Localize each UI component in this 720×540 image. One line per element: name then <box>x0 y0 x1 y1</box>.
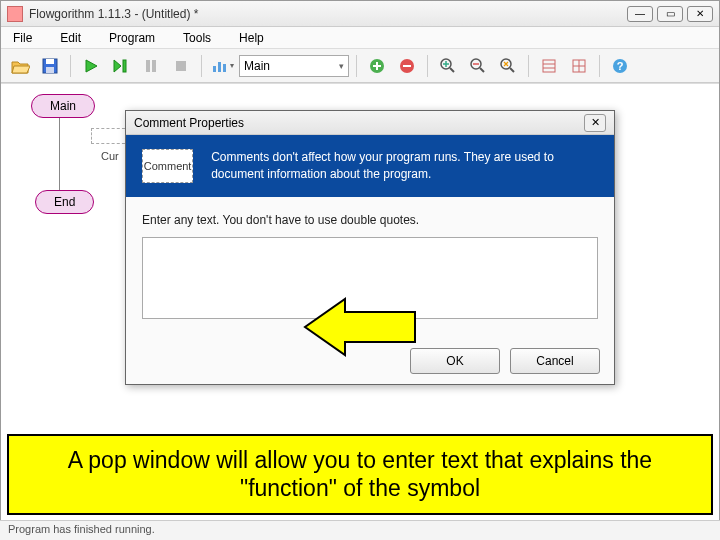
step-icon <box>112 58 130 74</box>
separator <box>599 55 600 77</box>
titlebar: Flowgorithm 1.11.3 - (Untitled) * — ▭ ✕ <box>1 1 719 27</box>
zoom-out-button[interactable] <box>465 53 491 79</box>
floppy-icon <box>41 57 59 75</box>
chevron-down-icon: ▾ <box>339 61 344 71</box>
dialog-hint: Enter any text. You don't have to use do… <box>142 213 598 227</box>
dialog-body: Enter any text. You don't have to use do… <box>126 197 614 338</box>
menu-file[interactable]: File <box>7 29 38 47</box>
dialog-banner-text: Comments don't affect how your program r… <box>211 149 598 183</box>
svg-rect-3 <box>123 60 126 72</box>
window-title: Flowgorithm 1.11.3 - (Untitled) * <box>29 7 627 21</box>
minus-circle-icon <box>398 57 416 75</box>
chart-button[interactable]: ▾ <box>209 53 235 79</box>
separator <box>427 55 428 77</box>
status-text: Program has finished running. <box>8 523 155 535</box>
svg-text:?: ? <box>617 60 624 72</box>
dropdown-arrow-icon: ▾ <box>230 61 234 70</box>
svg-line-13 <box>450 68 454 72</box>
menubar: File Edit Program Tools Help <box>1 27 719 49</box>
toolbar: ▾ Main ▾ ? <box>1 49 719 83</box>
svg-rect-7 <box>213 66 216 72</box>
svg-line-17 <box>510 68 514 72</box>
save-button[interactable] <box>37 53 63 79</box>
layout1-button[interactable] <box>536 53 562 79</box>
help-icon: ? <box>611 57 629 75</box>
zoom-in-icon <box>439 57 457 75</box>
cancel-button[interactable]: Cancel <box>510 348 600 374</box>
remove-button[interactable] <box>394 53 420 79</box>
menu-tools[interactable]: Tools <box>177 29 217 47</box>
function-select-value: Main <box>244 59 270 73</box>
separator <box>201 55 202 77</box>
ok-button[interactable]: OK <box>410 348 500 374</box>
svg-rect-4 <box>146 60 150 72</box>
chart-icon <box>211 58 229 74</box>
stop-icon <box>174 59 188 73</box>
layout2-button[interactable] <box>566 53 592 79</box>
minimize-button[interactable]: — <box>627 6 653 22</box>
svg-rect-1 <box>46 59 54 64</box>
dialog-buttons: OK Cancel <box>126 338 614 384</box>
separator <box>528 55 529 77</box>
flow-connector <box>59 118 60 192</box>
menu-program[interactable]: Program <box>103 29 161 47</box>
help-button[interactable]: ? <box>607 53 633 79</box>
dialog-title: Comment Properties <box>134 116 584 130</box>
svg-rect-18 <box>543 60 555 72</box>
play-icon <box>83 58 99 74</box>
node-main[interactable]: Main <box>31 94 95 118</box>
layout-icon <box>541 58 557 74</box>
folder-open-icon <box>10 57 30 75</box>
window-controls: — ▭ ✕ <box>627 6 713 22</box>
function-select[interactable]: Main ▾ <box>239 55 349 77</box>
zoom-in-button[interactable] <box>435 53 461 79</box>
dialog-banner: Comment Comments don't affect how your p… <box>126 135 614 197</box>
menu-edit[interactable]: Edit <box>54 29 87 47</box>
node-end[interactable]: End <box>35 190 94 214</box>
dialog-titlebar: Comment Properties ✕ <box>126 111 614 135</box>
step-button[interactable] <box>108 53 134 79</box>
comment-textarea[interactable] <box>142 237 598 319</box>
dialog-close-button[interactable]: ✕ <box>584 114 606 132</box>
layout2-icon <box>571 58 587 74</box>
svg-line-15 <box>480 68 484 72</box>
app-icon <box>7 6 23 22</box>
run-button[interactable] <box>78 53 104 79</box>
menu-help[interactable]: Help <box>233 29 270 47</box>
zoom-fit-button[interactable] <box>495 53 521 79</box>
zoom-fit-icon <box>499 57 517 75</box>
separator <box>70 55 71 77</box>
comment-dialog: Comment Properties ✕ Comment Comments do… <box>125 110 615 385</box>
plus-circle-icon <box>368 57 386 75</box>
pause-button[interactable] <box>138 53 164 79</box>
svg-rect-6 <box>176 61 186 71</box>
caption-banner: A pop window will allow you to enter tex… <box>7 434 713 516</box>
maximize-button[interactable]: ▭ <box>657 6 683 22</box>
open-button[interactable] <box>7 53 33 79</box>
add-button[interactable] <box>364 53 390 79</box>
pause-icon <box>144 59 158 73</box>
close-button[interactable]: ✕ <box>687 6 713 22</box>
statusbar: Program has finished running. <box>0 520 720 540</box>
stop-button[interactable] <box>168 53 194 79</box>
svg-rect-8 <box>218 62 221 72</box>
svg-rect-9 <box>223 64 226 72</box>
zoom-out-icon <box>469 57 487 75</box>
svg-rect-5 <box>152 60 156 72</box>
comment-symbol-icon: Comment <box>142 149 193 183</box>
svg-rect-2 <box>46 67 54 73</box>
cursor-label: Cur <box>101 150 119 162</box>
separator <box>356 55 357 77</box>
